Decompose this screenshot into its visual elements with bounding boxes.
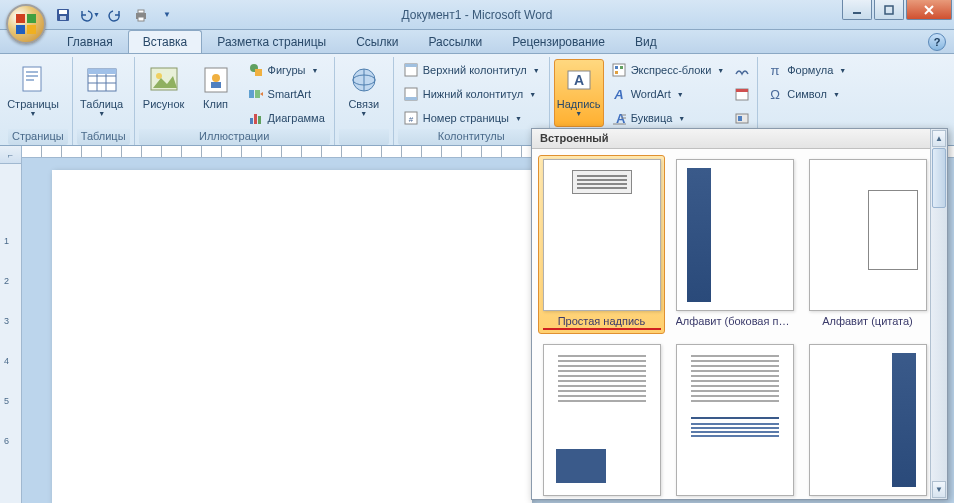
smartart-icon: [248, 86, 264, 102]
redo-icon: [107, 7, 123, 23]
svg-rect-13: [26, 71, 38, 73]
group-pages: Страницы ▼ Страницы: [4, 57, 73, 145]
chevron-down-icon: ▼: [533, 67, 540, 74]
document-page[interactable]: [52, 170, 532, 504]
svg-rect-40: [405, 97, 417, 100]
thumb-sideline-side: [543, 344, 661, 496]
links-button[interactable]: Связи ▼: [339, 59, 389, 127]
qat-customize[interactable]: ▼: [156, 4, 178, 26]
minimize-icon: [852, 5, 862, 15]
datetime-button[interactable]: [731, 83, 753, 105]
dropcap-button[interactable]: AБуквица▼: [606, 107, 730, 129]
clip-button[interactable]: Клип: [191, 59, 241, 127]
minimize-button[interactable]: [842, 0, 872, 20]
title-bar: ▼ ▼ Документ1 - Microsoft Word: [0, 0, 954, 30]
gallery-body: Простая надпись Алфавит (боковая по... А…: [532, 149, 947, 499]
tab-home[interactable]: Главная: [52, 30, 128, 53]
svg-rect-1: [27, 14, 36, 23]
close-button[interactable]: [906, 0, 952, 20]
undo-button[interactable]: ▼: [78, 4, 100, 26]
gallery-scrollbar[interactable]: ▲ ▼: [930, 129, 947, 499]
maximize-button[interactable]: [874, 0, 904, 20]
undo-icon: [78, 7, 93, 23]
chevron-down-icon: ▼: [677, 91, 684, 98]
thumb-simple: [543, 159, 661, 311]
print-icon: [133, 7, 149, 23]
tab-layout[interactable]: Разметка страницы: [202, 30, 341, 53]
svg-rect-5: [59, 10, 67, 14]
equation-label: Формула: [787, 64, 833, 76]
scroll-up-button[interactable]: ▲: [932, 130, 946, 147]
group-links-label: [339, 129, 389, 145]
pages-icon: [17, 64, 49, 96]
gallery-item-alphabet-quote[interactable]: Алфавит (цитата): [804, 155, 931, 334]
scroll-thumb[interactable]: [932, 148, 946, 208]
scroll-down-button[interactable]: ▼: [932, 481, 946, 498]
svg-rect-46: [615, 66, 618, 69]
pages-button[interactable]: Страницы ▼: [8, 59, 58, 127]
gallery-caption: Алфавит (боковая по...: [676, 315, 794, 327]
smartart-button[interactable]: SmartArt: [243, 83, 330, 105]
thumb-sideline-quote: [676, 344, 794, 496]
office-button[interactable]: [6, 4, 46, 44]
textbox-icon: A: [563, 64, 595, 96]
picture-button[interactable]: Рисунок: [139, 59, 189, 127]
save-button[interactable]: [52, 4, 74, 26]
symbol-button[interactable]: ΩСимвол▼: [762, 83, 851, 105]
svg-rect-57: [738, 116, 742, 121]
thumb-alphabet-side: [676, 159, 794, 311]
textbox-label: Надпись: [557, 98, 601, 110]
clip-label: Клип: [203, 98, 228, 110]
textbox-button[interactable]: A Надпись ▼: [554, 59, 604, 127]
table-button[interactable]: Таблица ▼: [77, 59, 127, 127]
quickparts-button[interactable]: Экспресс-блоки▼: [606, 59, 730, 81]
help-button[interactable]: ?: [928, 33, 946, 51]
svg-rect-9: [138, 17, 144, 21]
dropcap-label: Буквица: [631, 112, 673, 124]
scroll-track[interactable]: [931, 148, 947, 480]
signature-button[interactable]: [731, 59, 753, 81]
redo-button[interactable]: [104, 4, 126, 26]
chevron-down-icon: ▼: [833, 91, 840, 98]
svg-rect-29: [249, 90, 254, 98]
chevron-down-icon: ▼: [575, 110, 582, 117]
print-button[interactable]: [130, 4, 152, 26]
chevron-down-icon: ▼: [515, 115, 522, 122]
tab-view[interactable]: Вид: [620, 30, 672, 53]
header-icon: [403, 62, 419, 78]
chart-button[interactable]: Диаграмма: [243, 107, 330, 129]
header-button[interactable]: Верхний колонтитул▼: [398, 59, 545, 81]
tab-insert[interactable]: Вставка: [128, 30, 203, 53]
svg-rect-0: [16, 14, 25, 23]
group-links: Связи ▼: [335, 57, 394, 145]
vertical-ruler: ⌐ 1 2 3 4 5 6: [0, 146, 22, 503]
gallery-item-annual-side[interactable]: Годовой отчет (боков...: [804, 340, 931, 499]
group-headerfooter-label: Колонтитулы: [398, 129, 545, 145]
pagenum-label: Номер страницы: [423, 112, 509, 124]
group-illustrations-label: Иллюстрации: [139, 129, 330, 145]
object-button[interactable]: [731, 107, 753, 129]
chevron-down-icon: ▼: [30, 110, 37, 117]
pagenumber-button[interactable]: #Номер страницы▼: [398, 107, 545, 129]
chart-icon: [248, 110, 264, 126]
tab-review[interactable]: Рецензирование: [497, 30, 620, 53]
shapes-icon: [248, 62, 264, 78]
shapes-label: Фигуры: [268, 64, 306, 76]
gallery-item-alphabet-side[interactable]: Алфавит (боковая по...: [671, 155, 798, 334]
svg-rect-3: [27, 25, 36, 34]
wordart-icon: A: [611, 86, 627, 102]
chevron-down-icon: ▼: [529, 91, 536, 98]
equation-button[interactable]: πФормула▼: [762, 59, 851, 81]
equation-icon: π: [767, 62, 783, 78]
svg-rect-10: [853, 12, 861, 14]
tab-references[interactable]: Ссылки: [341, 30, 413, 53]
tab-mailings[interactable]: Рассылки: [413, 30, 497, 53]
wordart-button[interactable]: AWordArt▼: [606, 83, 730, 105]
svg-rect-2: [16, 25, 25, 34]
footer-button[interactable]: Нижний колонтитул▼: [398, 83, 545, 105]
shapes-button[interactable]: Фигуры▼: [243, 59, 330, 81]
gallery-item-sideline-side[interactable]: Боковая линия (боко...: [538, 340, 665, 499]
gallery-item-simple[interactable]: Простая надпись: [538, 155, 665, 334]
pagenum-icon: #: [403, 110, 419, 126]
gallery-item-sideline-quote[interactable]: Боковая линия (цитата): [671, 340, 798, 499]
